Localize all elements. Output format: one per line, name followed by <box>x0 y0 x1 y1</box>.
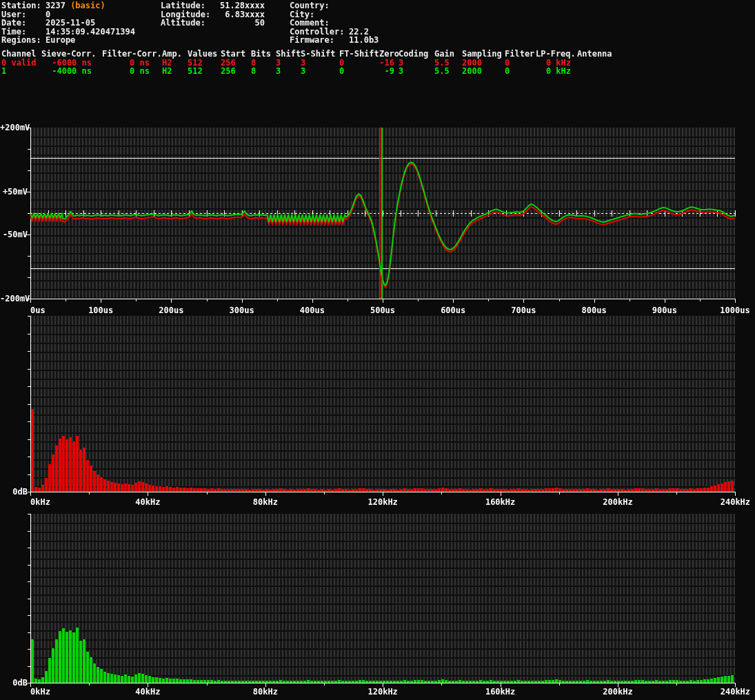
table-header-amp-: Amp. <box>162 50 182 58</box>
table-header-zero: Zero <box>379 50 399 58</box>
table-cell-channel-1-values: 512 <box>188 67 203 75</box>
table-cell-channel-0-filter: 0 <box>505 59 510 67</box>
header-value-station: 3237 (basic) <box>46 1 105 10</box>
table-header-channel: Channel <box>1 50 37 58</box>
table-cell-channel-0-values: 512 <box>188 59 203 67</box>
table-cell-channel-1-start: 256 <box>221 67 236 75</box>
header-value-firmware: 11.0b3 <box>349 36 379 44</box>
wf-xlabel-1000us: 1000us <box>707 306 755 314</box>
table-header-lp-freq-: LP-Freq. <box>536 50 576 58</box>
spectrum-1-xlabel-40khz: 40kHz <box>120 688 175 696</box>
table-cell-channel-1-channel: 1 <box>1 67 6 75</box>
spectrum-1-xlabel-200khz: 200kHz <box>590 688 645 696</box>
spectrum-1-xlabel-80khz: 80kHz <box>238 688 293 696</box>
header-label-user: User: <box>1 10 26 19</box>
table-header-antenna: Antenna <box>577 50 612 58</box>
wf-xlabel-100us: 100us <box>73 306 128 314</box>
header-value-date: 2025-11-05 <box>46 19 95 27</box>
header-label-city: City: <box>290 10 314 19</box>
table-cell-channel-0-start: 256 <box>221 59 236 67</box>
wf-xlabel-200us: 200us <box>143 306 199 314</box>
header-label-time: Time: <box>1 28 26 36</box>
wf-ylabel-50: +50mV <box>0 188 28 196</box>
table-cell-channel-1-gain: 5.5 <box>434 67 450 75</box>
wf-xlabel-400us: 400us <box>285 306 340 314</box>
wf-xlabel-300us: 300us <box>214 306 270 314</box>
table-cell-channel-0-amp-: H2 <box>162 59 172 67</box>
table-cell-channel-0-zero: -16 <box>379 59 394 67</box>
table-cell-channel-0-bits: 8 <box>251 59 256 67</box>
table-cell-channel-1-bits: 8 <box>251 67 256 75</box>
table-cell-channel-0-s-shift: 3 <box>301 59 305 67</box>
table-cell-channel-1-sieve-corr-: -4000 ns <box>41 67 92 75</box>
spectrum-1-xlabel-240khz: 240kHz <box>707 688 755 696</box>
spectrum-0-xlabel-40khz: 40kHz <box>120 498 175 506</box>
table-cell-channel-0-channel: 0 valid <box>1 59 37 67</box>
header-value-regions: Europe <box>46 36 75 44</box>
wf-ylabel--200: -200mV <box>0 294 28 303</box>
spectrum-1-xlabel-120khz: 120kHz <box>355 688 410 696</box>
spectrum-0-xlabel-120khz: 120kHz <box>355 498 410 506</box>
wf-xlabel-800us: 800us <box>567 306 622 314</box>
header-value-latitude: 51.28xxxx <box>200 1 265 10</box>
header-label-controller: Controller: <box>290 28 344 36</box>
header-value-time: 14:35:09.420471394 <box>46 28 135 36</box>
table-cell-channel-1-ft-shift: 0 <box>339 67 344 75</box>
spectrum-1-ylabel-0db: 0dB <box>0 679 28 687</box>
table-cell-channel-1-zero: -9 <box>379 67 394 75</box>
header-label-regions: Regions: <box>1 36 41 44</box>
table-cell-channel-0-coding: 3 <box>399 59 403 67</box>
wf-xlabel-700us: 700us <box>496 306 551 314</box>
spectrum-0-xlabel-0khz: 0kHz <box>30 498 50 506</box>
table-header-gain: Gain <box>434 50 454 58</box>
table-cell-channel-1-filter-corr-: 0 ns <box>102 67 150 75</box>
table-header-ft-shift: FT-Shift <box>339 50 379 58</box>
header-value-controller: 22.2 <box>349 28 369 36</box>
wf-xlabel-900us: 900us <box>637 306 692 314</box>
wf-xlabel-500us: 500us <box>355 306 410 314</box>
header-value-longitude: 6.83xxxx <box>200 10 265 19</box>
table-cell-channel-1-coding: 3 <box>399 67 403 75</box>
header-label-latitude: Latitude: <box>161 1 205 10</box>
table-cell-channel-0-filter-corr-: 0 ns <box>102 59 150 67</box>
spectrum-1-xlabel-160khz: 160kHz <box>473 688 528 696</box>
table-header-start: Start <box>221 50 245 58</box>
table-cell-channel-1-sampling: 2000 <box>462 67 482 75</box>
table-cell-channel-0-sieve-corr-: -6000 ns <box>41 59 92 67</box>
table-header-filter: Filter <box>505 50 534 58</box>
header-label-date: Date: <box>1 19 26 27</box>
spectrum-0-ylabel-0db: 0dB <box>0 488 28 496</box>
header-label-country: Country: <box>290 1 330 10</box>
wf-ylabel--50: -50mV <box>0 230 28 239</box>
table-header-values: Values <box>188 50 217 58</box>
wf-ylabel-200: +200mV <box>0 123 28 132</box>
header-label-comment: Comment: <box>290 19 330 27</box>
wf-xlabel-600us: 600us <box>425 306 481 314</box>
signal-charts-canvas <box>0 0 755 700</box>
spectrum-0-xlabel-80khz: 80kHz <box>238 498 293 506</box>
spectrum-0-xlabel-160khz: 160kHz <box>473 498 528 506</box>
table-cell-channel-1-lp-freq-: 0 kHz <box>536 67 571 75</box>
table-cell-channel-1-s-shift: 3 <box>301 67 305 75</box>
table-header-filter-corr-: Filter-Corr. <box>102 50 162 58</box>
table-cell-channel-0-lp-freq-: 0 kHz <box>536 59 571 67</box>
table-cell-channel-0-sampling: 2000 <box>462 59 482 67</box>
table-header-shift: Shift <box>276 50 301 58</box>
wf-xlabel-0us: 0us <box>30 306 46 314</box>
header-label-altitude: Altitude: <box>161 19 205 27</box>
spectrum-0-xlabel-200khz: 200kHz <box>590 498 645 506</box>
table-cell-channel-0-shift: 3 <box>276 59 281 67</box>
table-header-sampling: Sampling <box>462 50 502 58</box>
table-cell-channel-1-filter: 0 <box>505 67 510 75</box>
spectrum-0-xlabel-240khz: 240kHz <box>707 498 755 506</box>
table-header-coding: Coding <box>399 50 428 58</box>
header-label-firmware: Firmware: <box>290 36 334 44</box>
header-label-station: Station: <box>1 1 41 10</box>
header-value-user: 0 <box>46 10 50 19</box>
station-mode-badge: (basic) <box>66 1 105 10</box>
table-header-sieve-corr-: Sieve-Corr. <box>41 50 96 58</box>
table-cell-channel-1-shift: 3 <box>276 67 281 75</box>
table-cell-channel-1-amp-: H2 <box>162 67 172 75</box>
table-header-bits: Bits <box>251 50 271 58</box>
table-cell-channel-0-ft-shift: 0 <box>339 59 344 67</box>
